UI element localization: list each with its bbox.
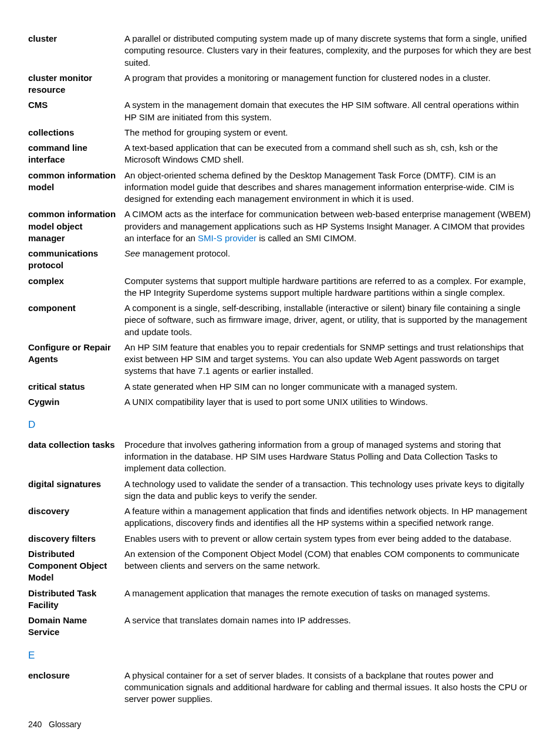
- glossary-definition: A CIMOM acts as the interface for commun…: [124, 208, 532, 244]
- glossary-entry: communications protocolSee management pr…: [28, 248, 532, 272]
- glossary-definition: See management protocol.: [124, 248, 532, 259]
- glossary-term: complex: [28, 275, 124, 287]
- section-letter-e: E: [28, 649, 532, 663]
- glossary-definition: A feature within a management applicatio…: [124, 505, 532, 529]
- glossary-definition: An object-oriented schema defined by the…: [124, 170, 532, 205]
- glossary-term: collections: [28, 127, 124, 139]
- glossary-term: discovery filters: [28, 533, 124, 545]
- glossary-term: cluster monitor resource: [28, 72, 124, 96]
- link-smi-s-provider[interactable]: SMI-S provider: [198, 233, 257, 243]
- glossary-entry: enclosureA physical container for a set …: [28, 670, 532, 706]
- glossary-entry: common information model object managerA…: [28, 208, 532, 244]
- glossary-definition: A state generated when HP SIM can no lon…: [124, 381, 532, 393]
- glossary-term: Configure or Repair Agents: [28, 342, 124, 366]
- glossary-entry: data collection tasksProcedure that invo…: [28, 439, 532, 475]
- footer-title: Glossary: [49, 720, 81, 729]
- glossary-definition: A program that provides a monitoring or …: [124, 72, 532, 84]
- glossary-term: common information model object manager: [28, 208, 124, 244]
- glossary-term: data collection tasks: [28, 439, 124, 451]
- glossary-term: critical status: [28, 381, 124, 393]
- glossary-entry: CygwinA UNIX compatibility layer that is…: [28, 396, 532, 408]
- glossary-entry: clusterA parallel or distributed computi…: [28, 33, 532, 69]
- glossary-entry: critical statusA state generated when HP…: [28, 381, 532, 393]
- page-number: 240: [28, 720, 42, 729]
- see-label: See: [124, 248, 140, 258]
- glossary-definition: A management application that manages th…: [124, 588, 532, 599]
- glossary-term: common information model: [28, 170, 124, 194]
- glossary-definition: A parallel or distributed computing syst…: [124, 33, 532, 69]
- glossary-definition: Enables users with to prevent or allow c…: [124, 533, 532, 545]
- glossary-definition: A text-based application that can be exe…: [124, 142, 532, 166]
- glossary-entry: componentA component is a single, self-d…: [28, 302, 532, 338]
- glossary-entry: digital signaturesA technology used to v…: [28, 478, 532, 502]
- glossary-definition: A service that translates domain names i…: [124, 615, 532, 626]
- glossary-entry: Domain Name ServiceA service that transl…: [28, 615, 532, 639]
- glossary-entry: Distributed Component Object ModelAn ext…: [28, 548, 532, 584]
- glossary-term: component: [28, 302, 124, 314]
- page-footer: 240 Glossary: [28, 719, 532, 730]
- glossary-definition: A system in the management domain that e…: [124, 99, 532, 123]
- glossary-term: command line interface: [28, 142, 124, 166]
- glossary-term: digital signatures: [28, 478, 124, 490]
- glossary-definition: The method for grouping system or event.: [124, 127, 532, 139]
- glossary-term: CMS: [28, 99, 124, 111]
- glossary-definition: A component is a single, self-describing…: [124, 302, 532, 338]
- glossary-term: discovery: [28, 505, 124, 517]
- glossary-definition: A physical container for a set of server…: [124, 670, 532, 706]
- glossary-entry: discovery filtersEnables users with to p…: [28, 533, 532, 545]
- glossary-definition: An HP SIM feature that enables you to re…: [124, 342, 532, 377]
- glossary-entry: complexComputer systems that support mul…: [28, 275, 532, 299]
- section-letter-d: D: [28, 418, 532, 432]
- glossary-term: enclosure: [28, 670, 124, 681]
- glossary-term: Cygwin: [28, 396, 124, 408]
- glossary-entry: Configure or Repair AgentsAn HP SIM feat…: [28, 342, 532, 377]
- glossary-term: cluster: [28, 33, 124, 45]
- glossary-entry: discoveryA feature within a management a…: [28, 505, 532, 529]
- glossary-definition: A UNIX compatibility layer that is used …: [124, 396, 532, 408]
- glossary-definition: An extension of the Component Object Mod…: [124, 548, 532, 572]
- glossary-definition: Procedure that involves gathering inform…: [124, 439, 532, 475]
- glossary-entry: Distributed Task FacilityA management ap…: [28, 588, 532, 612]
- glossary-term: Distributed Task Facility: [28, 588, 124, 612]
- glossary-entry: collectionsThe method for grouping syste…: [28, 127, 532, 139]
- glossary-entry: cluster monitor resourceA program that p…: [28, 72, 532, 96]
- glossary-entry: command line interfaceA text-based appli…: [28, 142, 532, 166]
- glossary-term: communications protocol: [28, 248, 124, 272]
- glossary-entry: CMSA system in the management domain tha…: [28, 99, 532, 123]
- glossary-definition: Computer systems that support multiple h…: [124, 275, 532, 299]
- glossary-term: Domain Name Service: [28, 615, 124, 639]
- glossary-entry: common information modelAn object-orient…: [28, 170, 532, 205]
- glossary-definition: A technology used to validate the sender…: [124, 478, 532, 502]
- glossary-term: Distributed Component Object Model: [28, 548, 124, 584]
